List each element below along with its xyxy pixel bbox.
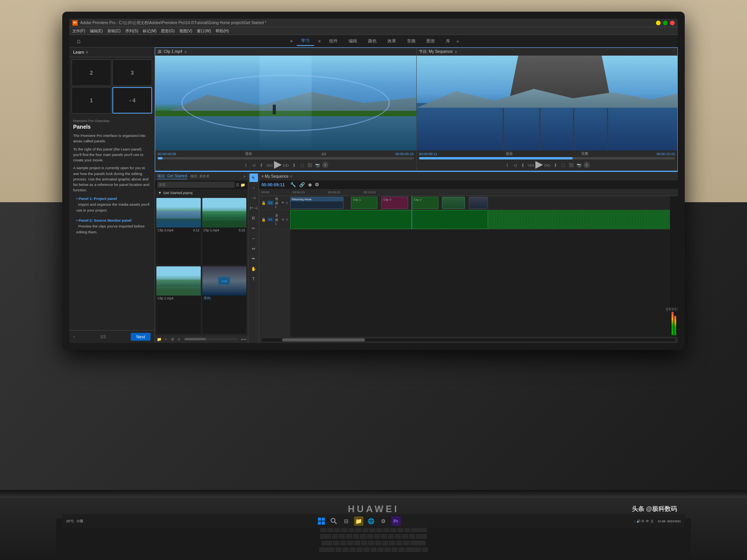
key-5[interactable] (355, 527, 361, 533)
taskbar-edge[interactable]: 🌐 (366, 516, 376, 526)
tool-track-select[interactable]: → (249, 184, 258, 192)
timeline-menu[interactable]: ≡ (290, 174, 293, 178)
prog-go-to-out[interactable]: ⟫ (552, 162, 559, 168)
key-capslock[interactable] (321, 541, 332, 546)
tab-graphics[interactable]: 图形 (422, 37, 440, 46)
prog-add-button[interactable]: + (584, 162, 590, 168)
minimize-button[interactable] (656, 21, 661, 25)
prog-camera[interactable]: 📷 (576, 162, 582, 168)
key-h[interactable] (368, 541, 374, 546)
lesson-thumb-3[interactable]: 3 (112, 60, 152, 86)
key-rshift[interactable] (405, 547, 421, 553)
clip-item-2[interactable]: Clip 2.mp4 (156, 266, 201, 334)
clip-green-1[interactable]: Clip 1 (351, 197, 377, 209)
proj-align[interactable]: ⟺ (241, 336, 246, 342)
key-n[interactable] (370, 547, 377, 553)
key-i[interactable] (381, 534, 387, 539)
key-d[interactable] (347, 541, 353, 546)
tab-library[interactable]: 库 (441, 37, 455, 46)
key-7[interactable] (369, 527, 375, 533)
key-8[interactable] (376, 527, 382, 533)
taskbar-lang[interactable]: 中 (646, 519, 649, 523)
key-e[interactable] (346, 534, 352, 539)
key-quote[interactable] (403, 541, 409, 546)
tool-slide[interactable]: ⇔ (249, 244, 258, 253)
prog-step-back2[interactable]: ◁◁ (528, 162, 534, 168)
clip-item-1[interactable]: Clip 1.mp4 5:15 (202, 198, 247, 265)
key-v[interactable] (356, 547, 363, 553)
prev-icon[interactable]: ↑ (73, 335, 75, 339)
menu-file[interactable]: 文件(F) (72, 28, 85, 34)
proj-settings[interactable]: ⚙ (170, 336, 175, 342)
key-enter[interactable] (410, 541, 426, 546)
source-camera[interactable]: 📷 (314, 162, 321, 168)
tool-slip[interactable]: ↔ (249, 234, 258, 243)
tab-effects[interactable]: 效果 (383, 37, 401, 46)
project-more-icon[interactable]: » (243, 174, 245, 178)
source-go-to-in[interactable]: ⟪ (258, 162, 265, 168)
tool-type[interactable]: T (249, 275, 258, 283)
source-step-back2[interactable]: ◁◁ (266, 162, 272, 168)
project-tab-active[interactable]: 项目: Get Started (157, 173, 187, 179)
learn-menu-icon[interactable]: ≡ (86, 50, 88, 54)
key-lbracket[interactable] (402, 534, 408, 539)
key-m[interactable] (377, 547, 384, 553)
tab-assembly[interactable]: 组件 (324, 37, 342, 46)
close-button[interactable] (670, 21, 675, 25)
source-step-back[interactable]: ◁ (251, 162, 257, 168)
a1-mute[interactable]: M (282, 218, 284, 221)
clip-green-2[interactable]: Clip 2 (412, 197, 438, 209)
project-search-input[interactable] (157, 182, 235, 188)
prog-go-to-in[interactable]: ⟪ (520, 162, 526, 168)
key-g[interactable] (361, 541, 367, 546)
prog-play-button[interactable] (535, 161, 543, 169)
prog-step-fwd[interactable]: ▷▷ (545, 162, 551, 168)
source-step-fwd[interactable]: ▷▷ (283, 162, 289, 168)
source-insert[interactable]: ⬚ (299, 162, 305, 168)
tab-color[interactable]: 颜色 (363, 37, 381, 46)
key-tab[interactable] (320, 534, 331, 539)
start-button[interactable] (317, 516, 326, 526)
next-button[interactable]: Next (131, 333, 151, 341)
program-timeline-bar[interactable] (419, 157, 675, 159)
source-go-to-out[interactable]: ⟫ (291, 162, 297, 168)
tool-rolling[interactable]: ⊢⊣ (249, 204, 258, 212)
clip-pink-1[interactable]: Clip 3 (381, 197, 408, 209)
key-backslash[interactable] (416, 534, 427, 539)
menu-window[interactable]: 窗口(W) (197, 28, 211, 34)
menu-help[interactable]: 帮助(H) (216, 28, 229, 34)
taskbar-task-view[interactable]: ⊟ (342, 516, 351, 526)
tool-rate[interactable]: R (249, 214, 258, 222)
key-j[interactable] (375, 541, 381, 546)
proj-new-item[interactable]: + (163, 336, 168, 342)
tool-hand[interactable]: ✋ (249, 264, 258, 273)
prog-lift[interactable]: ⬚ (560, 162, 566, 168)
key-x[interactable] (342, 547, 349, 553)
source-mark-in[interactable]: ⟨ (243, 162, 249, 168)
program-monitor-menu[interactable]: ≡ (455, 50, 457, 54)
prog-mark-in[interactable]: ⟨ (504, 162, 510, 168)
key-p[interactable] (395, 534, 401, 539)
key-comma[interactable] (384, 547, 391, 553)
home-button[interactable]: ⌂ (73, 36, 84, 47)
v1-lock[interactable]: 🔓 (261, 201, 266, 205)
key-w[interactable] (339, 534, 345, 539)
lesson-thumb-4[interactable]: ↙ 4 (112, 87, 152, 114)
key-r[interactable] (353, 534, 359, 539)
tl-add-marker[interactable]: ◈ (308, 182, 312, 187)
key-q[interactable] (332, 534, 338, 539)
project-tab-inactive[interactable]: 项目: 未命名 (190, 174, 210, 179)
tool-pen[interactable]: ✒ (249, 254, 258, 263)
tool-select[interactable]: ↖ (249, 173, 258, 182)
clip-title[interactable]: Returning Home (290, 197, 344, 209)
v1-eye[interactable]: 👁 (281, 201, 284, 205)
lesson-thumb-1[interactable]: 1 (72, 87, 111, 114)
clip-thumb-2[interactable] (469, 197, 488, 209)
tl-settings[interactable]: ⚙ (315, 182, 319, 187)
program-zoom[interactable]: 适合 (506, 151, 513, 156)
taskbar-files[interactable]: 📁 (354, 516, 363, 526)
taskbar-settings[interactable]: ⚙ (379, 516, 388, 526)
key-minus[interactable] (397, 527, 403, 533)
prog-step-back[interactable]: ◁ (512, 162, 518, 168)
maximize-button[interactable] (663, 21, 668, 25)
